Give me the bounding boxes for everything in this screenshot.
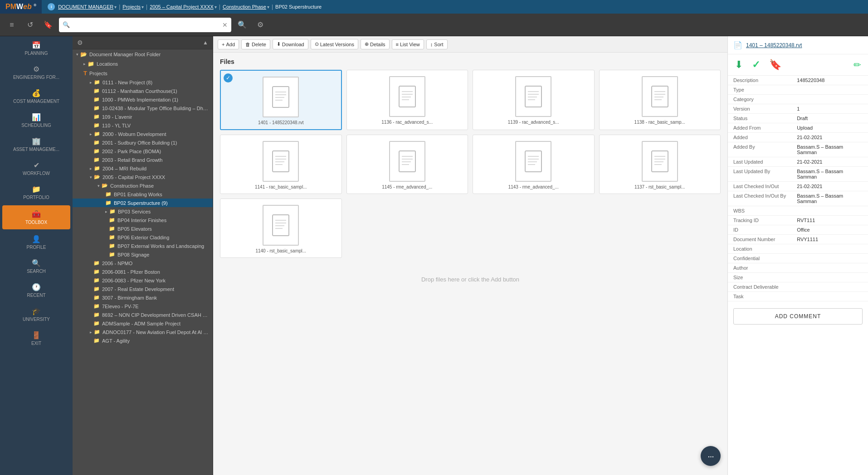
prop-value: Upload [791, 123, 868, 133]
tree-item-20060083[interactable]: 📁 2006-0083 - Pfizer New York [73, 276, 213, 285]
folder-icon: 📁 [93, 157, 100, 163]
tree-item-bp03[interactable]: ▸ 📁 BP03 Services [73, 207, 213, 216]
tree-item-2000[interactable]: ▸ 📁 2000 - Woburn Development [73, 130, 213, 138]
sidebar-item-cost[interactable]: 💰 COST MANAGEMENT [0, 84, 73, 108]
tree-item-bp02[interactable]: 📁 BP02 Superstructure (9) [73, 199, 213, 207]
tree-item-agt[interactable]: 📁 AGT - Agility [73, 336, 213, 345]
latest-versions-button[interactable]: ⊙ Latest Versions [311, 39, 358, 49]
sidebar-item-asset[interactable]: 🏢 ASSET MANAGEME... [0, 132, 73, 156]
prop-value: Bassam.S – Bassam Samman [791, 142, 868, 157]
profile-icon: 👤 [32, 235, 41, 243]
tree-item-bp07[interactable]: 📁 BP07 External Works and Landscaping [73, 242, 213, 250]
svg-rect-40 [273, 215, 289, 236]
tree-item-3007[interactable]: 📁 3007 - Birmingham Bank [73, 293, 213, 302]
folder-icon: 📁 [94, 79, 100, 85]
zoom-icon[interactable]: 🔍 [235, 18, 249, 32]
sidebar-item-scheduling[interactable]: 📊 SCHEDULING [0, 108, 73, 132]
file-card[interactable]: 1137 - rst_basic_sampl... [599, 135, 721, 194]
file-card[interactable]: 1139 - rac_advanced_s... [473, 70, 595, 130]
add-button[interactable]: + Add [218, 39, 239, 49]
delete-button[interactable]: 🗑 Delete [241, 39, 270, 49]
root-folder-icon: 📂 [80, 51, 87, 58]
sidebar-item-toolbox[interactable]: 🧰 TOOLBOX [2, 205, 70, 229]
tree-item-2006npmo[interactable]: 📁 2006 - NPMO [73, 259, 213, 267]
details-edit-icon[interactable]: ✏ [853, 59, 861, 70]
file-card[interactable]: 1143 - rme_advanced_... [473, 135, 595, 194]
tree-item-109[interactable]: 📁 109 - L'avenir [73, 112, 213, 121]
tree-item-01112[interactable]: 📁 01112 - Manhattan Courthouse(1) [73, 87, 213, 95]
details-button[interactable]: ⊕ Details [361, 39, 390, 49]
undo-icon[interactable]: ↺ [23, 18, 37, 32]
tree-item-2001[interactable]: 📁 2001 - Sudbury Office Building (1) [73, 138, 213, 147]
file-card[interactable]: 1136 - rac_advanced_s... [346, 70, 468, 130]
tree-item-bp05[interactable]: 📁 BP05 Elevators [73, 224, 213, 233]
tree-item-2002[interactable]: 📁 2002 - Park Place (BOMA) [73, 147, 213, 155]
nav-construction-phase[interactable]: Construction Phase [223, 4, 266, 10]
sidebar-item-engineering[interactable]: ⚙ ENGINEERING FOR... [0, 60, 73, 84]
tree-item-2003[interactable]: 📁 2003 - Retail Brand Growth [73, 155, 213, 164]
sidebar-item-planning[interactable]: 📅 PLANNING [0, 36, 73, 60]
tree-item-adnoc[interactable]: ▸ 📁 ADNOC0177 - New Aviation Fuel Depot … [73, 328, 213, 336]
folder-icon: 📁 [93, 148, 100, 154]
tree-item-bp04[interactable]: 📁 BP04 Interior Finishes [73, 216, 213, 224]
details-download-icon[interactable]: ⬇ [735, 59, 743, 71]
folder-icon: 📂 [94, 174, 100, 180]
sidebar-item-search[interactable]: 🔍 SEARCH [0, 254, 73, 278]
tree-item-projects[interactable]: T Projects [73, 68, 213, 78]
download-button[interactable]: ⬇ Download [273, 39, 308, 49]
tree-item-bp01[interactable]: 📁 BP01 Enabling Works [73, 190, 213, 199]
list-view-button[interactable]: ≡ List View [392, 39, 424, 49]
sidebar-item-exit[interactable]: 🚪 EXIT [0, 326, 73, 350]
add-comment-button[interactable]: ADD COMMENT [733, 308, 863, 325]
file-card[interactable]: 1138 - rac_basic_samp... [599, 70, 721, 130]
menu-icon[interactable]: ≡ [5, 18, 19, 32]
file-doc-icon [515, 76, 551, 117]
prop-value: RVT111 [791, 216, 868, 225]
file-card[interactable]: 1140 - rst_basic_sampl... [220, 199, 342, 258]
scroll-up-icon[interactable]: ▲ [203, 39, 208, 46]
tree-item-7eleveo[interactable]: 📁 7Eleveo - PV-7E [73, 302, 213, 310]
details-filename[interactable]: 1401 – 1485220348.rvt [746, 42, 802, 48]
prop-value: 1485220348 [791, 76, 868, 85]
tree-item-2005[interactable]: ▾ 📂 2005 - Capital Project XXXX [73, 173, 213, 181]
bookmark-toolbar-icon[interactable]: 🔖 [41, 18, 55, 32]
tree-item-1000[interactable]: 📁 1000 - PMWeb Implementation (1) [73, 95, 213, 104]
details-bookmark-icon[interactable]: 🔖 [769, 59, 781, 71]
property-row: Added From Upload [728, 123, 868, 133]
nav-document-manager[interactable]: DOCUMENT MANAGER [58, 4, 113, 10]
prop-value: Draft [791, 114, 868, 123]
nav-projects[interactable]: Projects [122, 4, 141, 10]
search-bar[interactable]: 🔍 ✕ [59, 18, 231, 32]
tree-item-1002438[interactable]: 📁 10-02438 - Modular Type Office Buildin… [73, 104, 213, 112]
fab-button[interactable]: ··· [701, 446, 721, 466]
sidebar-item-portfolio[interactable]: 📁 PORTFOLIO [0, 180, 73, 204]
clear-search-icon[interactable]: ✕ [222, 21, 228, 29]
tree-item-construction[interactable]: ▾ 📂 Construction Phase [73, 181, 213, 190]
file-card[interactable]: 1145 - rme_advanced_... [346, 135, 468, 194]
tree-item-110[interactable]: 📁 110 - YL TLV [73, 121, 213, 130]
nav-capital-project[interactable]: 2005 – Capital Project XXXX [150, 4, 214, 10]
file-card[interactable]: ✓ 1401 - 1485220348.rvt [220, 70, 342, 130]
tree-item-bp06[interactable]: 📁 BP06 Exterior Cladding [73, 233, 213, 242]
search-input[interactable] [72, 22, 220, 28]
sidebar-item-profile[interactable]: 👤 PROFILE [0, 230, 73, 254]
tree-item-locations[interactable]: ▸ 📁 Locations [73, 59, 213, 68]
tree-item-20060081[interactable]: 📁 2006-0081 - Pfizer Boston [73, 267, 213, 276]
tree-item-8692[interactable]: 📁 8692 – NON CIP Development Driven CSAH… [73, 310, 213, 319]
tree-item-2007[interactable]: 📁 2007 - Real Estate Development [73, 285, 213, 293]
file-card[interactable]: 1141 - rac_basic_sampl... [220, 135, 342, 194]
tree-item-bp08[interactable]: 📁 BP08 Signage [73, 250, 213, 259]
info-icon[interactable]: i [48, 3, 55, 10]
tree-item-0111[interactable]: ▸ 📁 0111 - New Project (8) [73, 78, 213, 87]
tree-root[interactable]: ▾ 📂 Document Manager Root Folder [73, 49, 213, 59]
property-row: Task [728, 292, 868, 301]
filter-tree-icon[interactable]: ⚙ [77, 39, 83, 46]
sidebar-item-workflow[interactable]: ✔ WORKFLOW [0, 156, 73, 180]
tree-item-admsample[interactable]: 📁 ADMSample - ADM Sample Project [73, 319, 213, 328]
details-check-icon[interactable]: ✓ [752, 59, 760, 71]
sidebar-item-recent[interactable]: 🕐 RECENT [0, 278, 73, 302]
sort-button[interactable]: ↕ Sort [426, 39, 448, 49]
sidebar-item-university[interactable]: 🎓 UNIVERSITY [0, 302, 73, 326]
tree-item-2004[interactable]: ▸ 📁 2004 – MRI Rebuild [73, 164, 213, 173]
filter-icon[interactable]: ⚙ [253, 18, 268, 32]
